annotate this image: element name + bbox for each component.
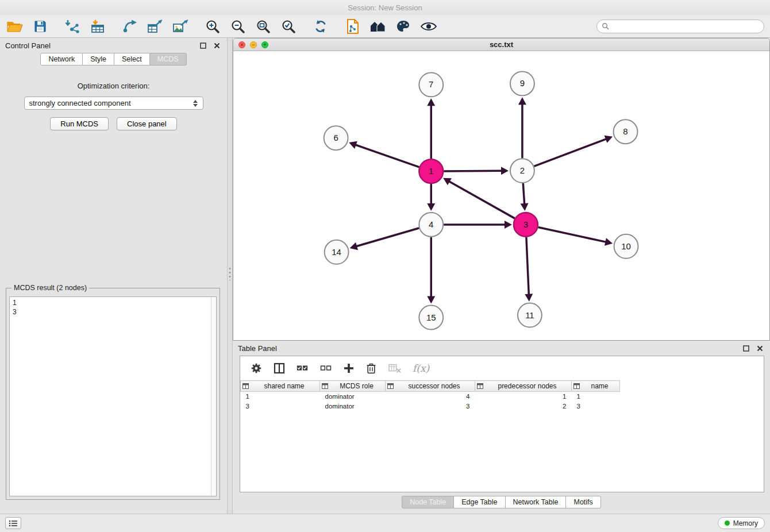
column-header-MCDS-role[interactable]: MCDS role [320, 381, 386, 392]
column-header-successor-nodes[interactable]: successor nodes [386, 381, 475, 392]
close-table-panel-button[interactable] [754, 343, 765, 353]
checked-boxes-icon [296, 363, 309, 374]
table-cell[interactable]: dominator [320, 402, 386, 411]
fx-icon: f(x) [413, 363, 429, 374]
graph-node-15[interactable]: 15 [419, 306, 443, 330]
export-network-icon [122, 19, 138, 34]
result-scrollbar[interactable] [211, 297, 216, 496]
graph-node-3[interactable]: 3 [514, 213, 538, 237]
panel-splitter[interactable] [227, 38, 233, 514]
zoom-window-button[interactable]: + [261, 41, 268, 48]
column-header-name[interactable]: name [572, 381, 620, 392]
show-graphics-details-button[interactable] [419, 17, 438, 36]
tab-edge-table[interactable]: Edge Table [454, 496, 505, 508]
control-panel-title: Control Panel [5, 41, 194, 50]
graph-node-8[interactable]: 8 [614, 119, 638, 144]
graph-node-1[interactable]: 1 [419, 159, 443, 183]
table-cell[interactable]: 1 [241, 392, 320, 402]
import-table-button[interactable] [88, 17, 107, 36]
select-all-columns-button[interactable] [296, 363, 309, 374]
network-window: × − + scc.txt 7968124314101511 [233, 38, 770, 341]
first-neighbors-button[interactable] [369, 17, 387, 36]
tab-select[interactable]: Select [114, 53, 150, 65]
table-settings-button[interactable] [250, 362, 263, 375]
graph-node-10[interactable]: 10 [614, 234, 638, 259]
zoom-fit-button[interactable] [254, 17, 272, 36]
trash-icon [365, 362, 377, 375]
table-cell[interactable]: 3 [386, 402, 475, 411]
graph-node-2[interactable]: 2 [510, 159, 534, 183]
svg-text:1: 1 [429, 166, 433, 176]
columns-icon [274, 363, 285, 374]
function-builder-button[interactable]: f(x) [413, 363, 429, 374]
zoom-selected-button[interactable] [279, 17, 298, 36]
svg-text:15: 15 [426, 313, 436, 322]
graph-node-4[interactable]: 4 [419, 213, 443, 237]
zoom-in-button[interactable] [203, 17, 222, 36]
tab-node-table[interactable]: Node Table [402, 496, 454, 508]
table-cell[interactable]: 3 [572, 402, 620, 411]
svg-text:2: 2 [520, 165, 525, 175]
open-network-document-button[interactable] [344, 17, 362, 36]
float-panel-button[interactable] [198, 40, 208, 51]
close-panel-button[interactable]: Close panel [117, 117, 177, 130]
graph-node-7[interactable]: 7 [419, 72, 443, 97]
graph-node-11[interactable]: 11 [518, 303, 542, 327]
export-image-button[interactable] [171, 17, 190, 36]
delete-table-button[interactable] [388, 363, 402, 374]
eye-icon [420, 20, 437, 33]
column-header-shared-name[interactable]: shared name [241, 381, 320, 392]
table-tabs-row: Node TableEdge TableNetwork TableMotifs [233, 496, 770, 508]
plus-icon [343, 363, 355, 374]
graph-node-9[interactable]: 9 [510, 71, 534, 95]
run-mcds-button[interactable]: Run MCDS [50, 117, 109, 130]
mcds-result-box: MCDS result (2 nodes) 13 [6, 284, 220, 500]
mcds-result-line: 3 [13, 307, 213, 317]
palette-brush-icon [396, 20, 411, 33]
show-columns-button[interactable] [274, 363, 285, 374]
save-session-button[interactable] [31, 17, 49, 36]
traffic-lights: × − + [238, 41, 268, 48]
import-network-icon [64, 19, 80, 34]
tab-network[interactable]: Network [40, 53, 83, 65]
graph-node-14[interactable]: 14 [325, 240, 349, 264]
export-table-button[interactable] [146, 17, 164, 36]
node-table: shared nameMCDS rolesuccessor nodesprede… [240, 380, 620, 411]
export-network-button[interactable] [121, 17, 139, 36]
table-cell[interactable]: 4 [386, 392, 475, 402]
deselect-all-columns-button[interactable] [319, 363, 332, 374]
graph-node-6[interactable]: 6 [324, 126, 348, 150]
delete-columns-button[interactable] [365, 362, 377, 375]
create-column-button[interactable] [343, 363, 355, 374]
network-canvas[interactable]: 7968124314101511 [233, 51, 769, 340]
memory-button[interactable]: Memory [718, 517, 765, 529]
table-cell[interactable]: 1 [572, 392, 620, 402]
panel-menu-button[interactable] [5, 517, 21, 529]
refresh-button[interactable] [311, 17, 330, 36]
column-header-predecessor-nodes[interactable]: predecessor nodes [475, 381, 572, 392]
close-window-button[interactable]: × [238, 41, 245, 48]
export-group [121, 17, 190, 36]
table-row: 1dominator411 [241, 392, 620, 402]
zoom-out-button[interactable] [229, 17, 247, 36]
table-cell[interactable]: 1 [475, 392, 572, 402]
search-input[interactable] [612, 22, 759, 30]
tab-style[interactable]: Style [83, 53, 114, 65]
close-panel-icon-button[interactable] [211, 40, 222, 51]
svg-text:14: 14 [332, 247, 341, 257]
minimize-window-button[interactable]: − [250, 41, 257, 48]
table-cell[interactable]: 3 [241, 402, 320, 411]
optimization-criterion-dropdown[interactable]: strongly connected component [24, 97, 203, 110]
tab-motifs[interactable]: Motifs [566, 496, 600, 508]
memory-button-label: Memory [733, 519, 758, 527]
float-table-panel-button[interactable] [741, 343, 751, 353]
open-session-button[interactable] [6, 17, 24, 36]
style-palette-button[interactable] [394, 17, 413, 36]
main-toolbar [0, 15, 770, 38]
memory-status-dot-icon [725, 521, 730, 526]
tab-network-table[interactable]: Network Table [506, 496, 567, 508]
table-cell[interactable]: 2 [475, 402, 572, 411]
tab-mcds[interactable]: MCDS [150, 53, 187, 65]
table-cell[interactable]: dominator [320, 392, 386, 402]
import-network-button[interactable] [63, 17, 82, 36]
